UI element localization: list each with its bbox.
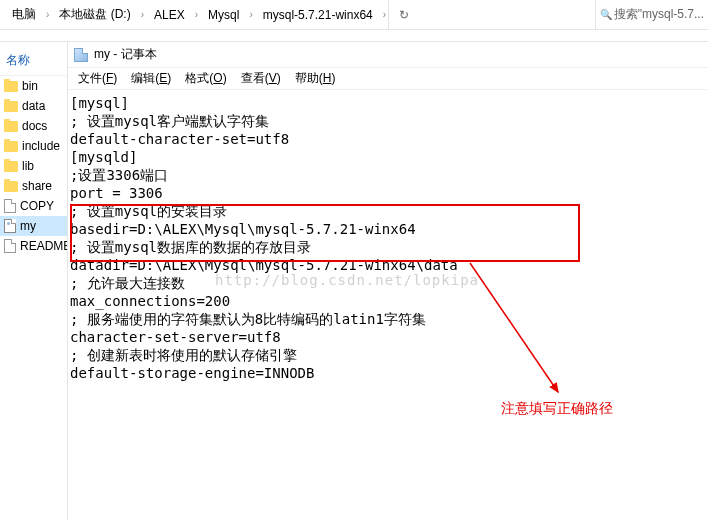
search-input[interactable]: 搜索"mysql-5.7... — [595, 0, 704, 29]
chevron-right-icon: › — [44, 9, 51, 20]
ini-file-icon — [4, 219, 16, 233]
folder-icon — [4, 181, 18, 192]
file-label: docs — [22, 119, 47, 133]
list-item[interactable]: include — [0, 136, 67, 156]
folder-icon — [4, 81, 18, 92]
notepad-window: my - 记事本 文件(F) 编辑(E) 格式(O) 查看(V) 帮助(H) [… — [68, 42, 708, 520]
window-title: my - 记事本 — [94, 46, 157, 63]
list-item[interactable]: lib — [0, 156, 67, 176]
refresh-button[interactable]: ↻ — [388, 0, 419, 29]
breadcrumb-item[interactable]: ALEX — [146, 0, 193, 29]
column-header-name[interactable]: 名称 — [0, 48, 67, 76]
file-label: COPY — [20, 199, 54, 213]
menu-help[interactable]: 帮助(H) — [289, 68, 342, 89]
editor-textarea[interactable]: [mysql] ; 设置mysql客户端默认字符集 default-charac… — [68, 90, 708, 386]
menubar: 文件(F) 编辑(E) 格式(O) 查看(V) 帮助(H) — [68, 68, 708, 90]
menu-edit[interactable]: 编辑(E) — [125, 68, 177, 89]
notepad-titlebar[interactable]: my - 记事本 — [68, 42, 708, 68]
folder-icon — [4, 101, 18, 112]
file-label: bin — [22, 79, 38, 93]
list-item[interactable]: README — [0, 236, 67, 256]
menu-file[interactable]: 文件(F) — [72, 68, 123, 89]
breadcrumb-item[interactable]: Mysql — [200, 0, 247, 29]
chevron-right-icon: › — [139, 9, 146, 20]
file-label: my — [20, 219, 36, 233]
file-label: lib — [22, 159, 34, 173]
breadcrumb-item[interactable]: 本地磁盘 (D:) — [51, 0, 138, 29]
menu-view[interactable]: 查看(V) — [235, 68, 287, 89]
file-label: data — [22, 99, 45, 113]
file-label: share — [22, 179, 52, 193]
file-list-sidebar: 名称 bin data docs include lib share COPY … — [0, 42, 68, 520]
list-item[interactable]: bin — [0, 76, 67, 96]
list-item[interactable]: my — [0, 216, 67, 236]
folder-icon — [4, 121, 18, 132]
spacer — [0, 30, 708, 42]
file-icon — [4, 239, 16, 253]
list-item[interactable]: docs — [0, 116, 67, 136]
breadcrumb-item[interactable]: mysql-5.7.21-winx64 — [255, 0, 381, 29]
chevron-right-icon: › — [381, 9, 388, 20]
file-label: README — [20, 239, 67, 253]
list-item[interactable]: COPY — [0, 196, 67, 216]
menu-format[interactable]: 格式(O) — [179, 68, 232, 89]
list-item[interactable]: share — [0, 176, 67, 196]
notepad-icon — [74, 48, 88, 62]
list-item[interactable]: data — [0, 96, 67, 116]
breadcrumb-item[interactable]: 电脑 — [4, 0, 44, 29]
file-label: include — [22, 139, 60, 153]
chevron-right-icon: › — [193, 9, 200, 20]
breadcrumb: 电脑› 本地磁盘 (D:)› ALEX› Mysql› mysql-5.7.21… — [0, 0, 708, 30]
chevron-right-icon: › — [247, 9, 254, 20]
main-area: 名称 bin data docs include lib share COPY … — [0, 42, 708, 520]
file-icon — [4, 199, 16, 213]
annotation-label: 注意填写正确路径 — [501, 400, 613, 418]
folder-icon — [4, 161, 18, 172]
folder-icon — [4, 141, 18, 152]
